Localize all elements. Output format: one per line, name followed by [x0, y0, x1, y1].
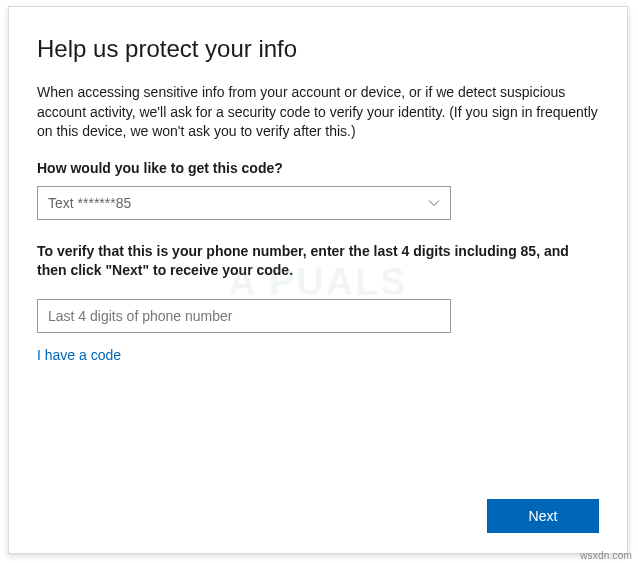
page-title: Help us protect your info [37, 35, 599, 63]
last-4-digits-input[interactable] [37, 299, 451, 333]
spacer [37, 363, 599, 499]
footer: Next [37, 499, 599, 533]
verification-method-selected: Text *******85 [48, 195, 131, 211]
have-code-link[interactable]: I have a code [37, 347, 121, 363]
chevron-down-icon [428, 197, 440, 209]
verification-method-select[interactable]: Text *******85 [37, 186, 451, 220]
security-verification-card: Help us protect your info When accessing… [8, 6, 628, 554]
description-text: When accessing sensitive info from your … [37, 83, 599, 142]
method-label: How would you like to get this code? [37, 160, 599, 176]
verify-instruction: To verify that this is your phone number… [37, 242, 599, 281]
attribution-text: wsxdn.com [580, 550, 632, 561]
next-button[interactable]: Next [487, 499, 599, 533]
